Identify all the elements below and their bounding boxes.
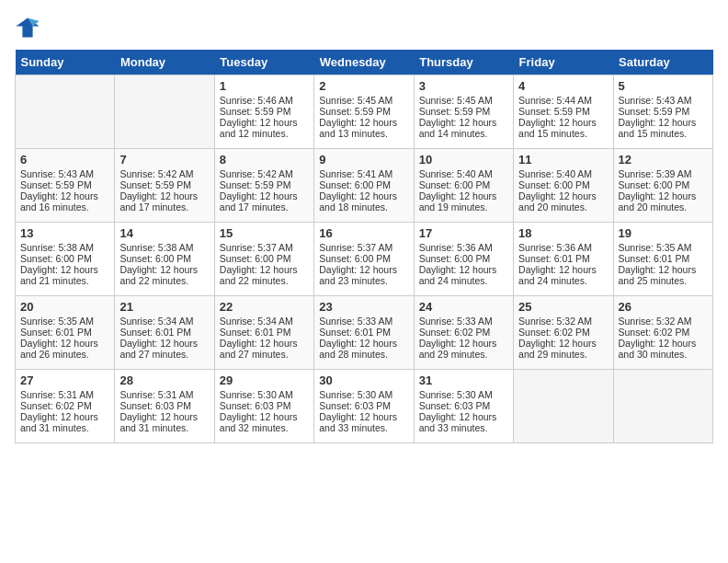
sunset-text: Sunset: 6:00 PM bbox=[319, 179, 391, 190]
sunrise-text: Sunrise: 5:30 AM bbox=[319, 389, 392, 400]
sunrise-text: Sunrise: 5:33 AM bbox=[419, 316, 493, 327]
sunset-text: Sunset: 5:59 PM bbox=[319, 106, 391, 117]
day-number: 19 bbox=[619, 226, 708, 240]
day-number: 20 bbox=[20, 300, 109, 314]
daylight-text: Daylight: 12 hours and 22 minutes. bbox=[220, 264, 298, 286]
daylight-text: Daylight: 12 hours and 20 minutes. bbox=[619, 190, 697, 213]
sunrise-text: Sunrise: 5:45 AM bbox=[419, 95, 493, 106]
day-header-sunday: Sunday bbox=[16, 50, 115, 75]
day-number: 31 bbox=[419, 373, 508, 387]
calendar-week-row: 20Sunrise: 5:35 AMSunset: 6:01 PMDayligh… bbox=[16, 296, 713, 370]
sunset-text: Sunset: 6:00 PM bbox=[319, 253, 391, 264]
daylight-text: Daylight: 12 hours and 15 minutes. bbox=[619, 117, 697, 139]
sunrise-text: Sunrise: 5:41 AM bbox=[319, 168, 392, 179]
calendar-cell: 2Sunrise: 5:45 AMSunset: 5:59 PMDaylight… bbox=[314, 75, 414, 149]
day-number: 23 bbox=[319, 300, 408, 314]
sunset-text: Sunset: 6:02 PM bbox=[619, 327, 690, 338]
calendar-cell: 4Sunrise: 5:44 AMSunset: 5:59 PMDaylight… bbox=[514, 75, 613, 149]
daylight-text: Daylight: 12 hours and 33 minutes. bbox=[319, 411, 397, 433]
daylight-text: Daylight: 12 hours and 28 minutes. bbox=[319, 338, 397, 360]
daylight-text: Daylight: 12 hours and 22 minutes. bbox=[119, 264, 198, 286]
day-header-monday: Monday bbox=[115, 50, 214, 75]
sunrise-text: Sunrise: 5:43 AM bbox=[20, 168, 94, 179]
calendar-cell bbox=[613, 370, 712, 443]
sunrise-text: Sunrise: 5:42 AM bbox=[119, 168, 193, 179]
day-header-thursday: Thursday bbox=[414, 50, 513, 75]
sunset-text: Sunset: 6:01 PM bbox=[220, 327, 291, 338]
daylight-text: Daylight: 12 hours and 32 minutes. bbox=[220, 411, 298, 433]
day-number: 5 bbox=[619, 79, 708, 93]
sunset-text: Sunset: 5:59 PM bbox=[220, 106, 291, 117]
sunset-text: Sunset: 6:01 PM bbox=[20, 327, 92, 338]
daylight-text: Daylight: 12 hours and 15 minutes. bbox=[518, 117, 597, 139]
calendar-cell: 3Sunrise: 5:45 AMSunset: 5:59 PMDaylight… bbox=[414, 75, 513, 149]
calendar-cell: 8Sunrise: 5:42 AMSunset: 5:59 PMDaylight… bbox=[214, 149, 313, 223]
sunset-text: Sunset: 6:01 PM bbox=[619, 253, 690, 264]
calendar-cell: 27Sunrise: 5:31 AMSunset: 6:02 PMDayligh… bbox=[16, 370, 115, 443]
day-number: 2 bbox=[319, 79, 408, 93]
day-number: 11 bbox=[518, 153, 608, 167]
daylight-text: Daylight: 12 hours and 21 minutes. bbox=[20, 264, 98, 286]
sunset-text: Sunset: 6:00 PM bbox=[419, 179, 491, 190]
day-number: 28 bbox=[119, 373, 209, 387]
sunrise-text: Sunrise: 5:40 AM bbox=[518, 168, 592, 179]
sunset-text: Sunset: 6:03 PM bbox=[220, 400, 291, 411]
daylight-text: Daylight: 12 hours and 29 minutes. bbox=[419, 338, 497, 360]
daylight-text: Daylight: 12 hours and 27 minutes. bbox=[220, 338, 298, 360]
calendar-cell: 1Sunrise: 5:46 AMSunset: 5:59 PMDaylight… bbox=[214, 75, 313, 149]
calendar-cell: 15Sunrise: 5:37 AMSunset: 6:00 PMDayligh… bbox=[214, 223, 313, 296]
day-number: 7 bbox=[119, 153, 209, 167]
sunrise-text: Sunrise: 5:32 AM bbox=[619, 316, 692, 327]
calendar-week-row: 1Sunrise: 5:46 AMSunset: 5:59 PMDaylight… bbox=[16, 75, 713, 149]
calendar-cell: 17Sunrise: 5:36 AMSunset: 6:00 PMDayligh… bbox=[414, 223, 513, 296]
daylight-text: Daylight: 12 hours and 30 minutes. bbox=[619, 338, 697, 360]
calendar-cell: 30Sunrise: 5:30 AMSunset: 6:03 PMDayligh… bbox=[314, 370, 414, 443]
daylight-text: Daylight: 12 hours and 16 minutes. bbox=[20, 190, 98, 213]
day-header-saturday: Saturday bbox=[613, 50, 712, 75]
daylight-text: Daylight: 12 hours and 26 minutes. bbox=[20, 338, 98, 360]
day-number: 30 bbox=[319, 373, 408, 387]
sunrise-text: Sunrise: 5:31 AM bbox=[20, 389, 94, 400]
calendar-cell: 29Sunrise: 5:30 AMSunset: 6:03 PMDayligh… bbox=[214, 370, 313, 443]
calendar-cell: 25Sunrise: 5:32 AMSunset: 6:02 PMDayligh… bbox=[514, 296, 613, 370]
sunset-text: Sunset: 6:01 PM bbox=[518, 253, 590, 264]
sunset-text: Sunset: 5:59 PM bbox=[119, 179, 191, 190]
daylight-text: Daylight: 12 hours and 31 minutes. bbox=[119, 411, 198, 433]
sunrise-text: Sunrise: 5:45 AM bbox=[319, 95, 392, 106]
sunrise-text: Sunrise: 5:37 AM bbox=[319, 242, 392, 253]
calendar-cell: 9Sunrise: 5:41 AMSunset: 6:00 PMDaylight… bbox=[314, 149, 414, 223]
sunrise-text: Sunrise: 5:30 AM bbox=[419, 389, 493, 400]
sunset-text: Sunset: 6:00 PM bbox=[20, 253, 92, 264]
daylight-text: Daylight: 12 hours and 29 minutes. bbox=[518, 338, 597, 360]
sunset-text: Sunset: 5:59 PM bbox=[419, 106, 491, 117]
calendar-cell bbox=[16, 75, 115, 149]
day-number: 10 bbox=[419, 153, 508, 167]
day-number: 27 bbox=[20, 373, 109, 387]
calendar-cell: 28Sunrise: 5:31 AMSunset: 6:03 PMDayligh… bbox=[115, 370, 214, 443]
daylight-text: Daylight: 12 hours and 13 minutes. bbox=[319, 117, 397, 139]
sunset-text: Sunset: 5:59 PM bbox=[20, 179, 92, 190]
sunrise-text: Sunrise: 5:42 AM bbox=[220, 168, 293, 179]
sunset-text: Sunset: 6:01 PM bbox=[319, 327, 391, 338]
day-number: 25 bbox=[518, 300, 608, 314]
page-header bbox=[15, 15, 713, 40]
calendar-week-row: 13Sunrise: 5:38 AMSunset: 6:00 PMDayligh… bbox=[16, 223, 713, 296]
sunrise-text: Sunrise: 5:38 AM bbox=[119, 242, 193, 253]
calendar-cell: 10Sunrise: 5:40 AMSunset: 6:00 PMDayligh… bbox=[414, 149, 513, 223]
calendar-cell: 20Sunrise: 5:35 AMSunset: 6:01 PMDayligh… bbox=[16, 296, 115, 370]
calendar-cell: 5Sunrise: 5:43 AMSunset: 5:59 PMDaylight… bbox=[613, 75, 712, 149]
sunrise-text: Sunrise: 5:39 AM bbox=[619, 168, 692, 179]
calendar-cell: 26Sunrise: 5:32 AMSunset: 6:02 PMDayligh… bbox=[613, 296, 712, 370]
sunrise-text: Sunrise: 5:34 AM bbox=[220, 316, 293, 327]
calendar-cell: 24Sunrise: 5:33 AMSunset: 6:02 PMDayligh… bbox=[414, 296, 513, 370]
day-number: 4 bbox=[518, 79, 608, 93]
calendar-cell: 18Sunrise: 5:36 AMSunset: 6:01 PMDayligh… bbox=[514, 223, 613, 296]
day-number: 26 bbox=[619, 300, 708, 314]
daylight-text: Daylight: 12 hours and 31 minutes. bbox=[20, 411, 98, 433]
sunrise-text: Sunrise: 5:30 AM bbox=[220, 389, 293, 400]
day-number: 3 bbox=[419, 79, 508, 93]
sunset-text: Sunset: 6:00 PM bbox=[518, 179, 590, 190]
daylight-text: Daylight: 12 hours and 25 minutes. bbox=[619, 264, 697, 286]
daylight-text: Daylight: 12 hours and 27 minutes. bbox=[119, 338, 198, 360]
calendar-cell: 7Sunrise: 5:42 AMSunset: 5:59 PMDaylight… bbox=[115, 149, 214, 223]
